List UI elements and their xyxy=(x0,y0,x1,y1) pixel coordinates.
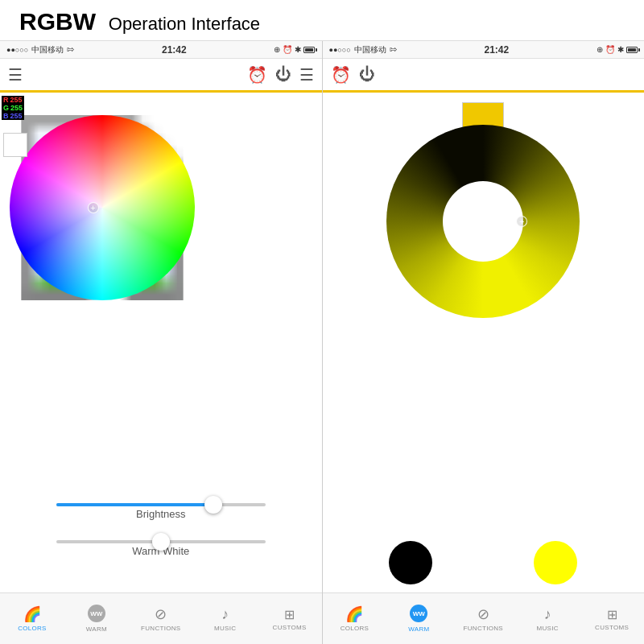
status-signal-right: ●●○○○ 中国移动 ⇰ xyxy=(329,44,397,56)
rgb-indicators: R 255 G 255 B 255 xyxy=(2,96,24,120)
warm-white-track-row xyxy=(6,540,316,543)
g-label: G xyxy=(3,104,9,112)
nav-customs-right[interactable]: ⊞ CUSTOMS xyxy=(580,604,644,634)
warm-white-slider-container: Warm White xyxy=(6,540,316,557)
brightness-track-row xyxy=(6,503,316,506)
warm-white-thumb[interactable] xyxy=(152,533,170,551)
warm-white-track[interactable] xyxy=(56,540,266,543)
time-right: 21:42 xyxy=(484,44,509,56)
warm-label-right: WARM xyxy=(408,625,429,633)
colors-label-left: COLORS xyxy=(18,625,47,632)
carrier-right: 中国移动 xyxy=(354,44,386,56)
customs-icon-right: ⊞ xyxy=(607,607,617,622)
white-color-swatch[interactable] xyxy=(3,133,27,157)
customs-label-right: CUSTOMS xyxy=(595,624,629,631)
panel-content-right: 255 + xyxy=(323,93,645,592)
wheel-crosshair: + xyxy=(88,202,99,213)
nav-functions-right[interactable]: ⊘ FUNCTIONS xyxy=(451,602,515,635)
brightness-track[interactable] xyxy=(56,503,266,506)
nav-warm-right[interactable]: WW WARM xyxy=(386,601,451,636)
nav-music-left[interactable]: ♪ MUSIC xyxy=(193,603,258,635)
b-label: B xyxy=(3,112,9,120)
alarm-icon-status-left: ⏰ xyxy=(283,45,292,54)
alarm-icon-status-right: ⏰ xyxy=(605,45,615,54)
r-value: 255 xyxy=(10,96,23,104)
brightness-slider-container: Brightness xyxy=(6,503,316,520)
donut-wheel-container[interactable]: + xyxy=(331,125,637,318)
subtitle: Operation Interface xyxy=(109,14,260,34)
nav-colors-left[interactable]: 🌈 COLORS xyxy=(0,602,64,635)
functions-label-right: FUNCTIONS xyxy=(464,625,503,632)
bottom-nav-left: 🌈 COLORS WW WARM ⊘ FUNCTIONS ♪ MUSIC ⊞ xyxy=(0,592,322,644)
color-circles-row xyxy=(323,541,645,584)
bottom-nav-right: 🌈 COLORS WW WARM ⊘ FUNCTIONS ♪ MUSIC ⊞ xyxy=(323,592,645,644)
carrier-left: 中国移动 xyxy=(31,44,64,56)
time-left: 21:42 xyxy=(162,44,187,56)
battery-icon-right xyxy=(626,47,638,53)
warm-icon-right: WW xyxy=(410,605,427,622)
colors-icon-left: 🌈 xyxy=(23,605,41,623)
donut-center xyxy=(443,181,523,262)
warm-label-left: WARM xyxy=(86,625,107,633)
black-circle[interactable] xyxy=(389,541,432,584)
status-bar-left: ●●○○○ 中国移动 ⇰ 21:42 ⊕ ⏰ ✱ xyxy=(0,41,322,59)
battery-icon-left xyxy=(303,47,315,53)
bluetooth-icon-left: ✱ xyxy=(295,45,301,54)
brightness-fill xyxy=(56,503,213,506)
donut-wheel[interactable]: + xyxy=(386,125,580,318)
music-icon-right: ♪ xyxy=(544,606,551,623)
status-signal-left: ●●○○○ 中国移动 ⇰ xyxy=(6,44,74,56)
colors-label-right: COLORS xyxy=(341,625,369,632)
bluetooth-icon-right: ✱ xyxy=(617,45,624,54)
customs-label-left: CUSTOMS xyxy=(273,624,307,631)
customs-icon-left: ⊞ xyxy=(284,607,295,622)
color-wheel-disc[interactable]: + xyxy=(10,115,195,300)
status-icons-left: ⊕ ⏰ ✱ xyxy=(274,45,315,54)
title-bar: RGBW Operation Interface xyxy=(0,0,644,41)
warm-icon-left: WW xyxy=(88,605,105,622)
toolbar-right: ⏰ ⏻ xyxy=(323,59,645,93)
power-icon-right[interactable]: ⏻ xyxy=(359,65,375,84)
functions-icon-right: ⊘ xyxy=(477,605,489,623)
brightness-thumb[interactable] xyxy=(204,496,222,514)
color-wheel-container[interactable]: + xyxy=(10,115,195,303)
nav-customs-left[interactable]: ⊞ CUSTOMS xyxy=(258,604,322,634)
wifi-left: ⇰ xyxy=(67,44,74,55)
signal-dots-left: ●●○○○ xyxy=(6,46,28,54)
toolbar-left: ☰ ⏰ ⏻ ☰ xyxy=(0,59,322,93)
color-wheel-white-overlay xyxy=(10,115,195,300)
r-label: R xyxy=(3,96,9,104)
music-icon-left: ♪ xyxy=(221,606,229,623)
music-label-right: MUSIC xyxy=(537,625,559,632)
g-value: 255 xyxy=(10,104,23,112)
nav-functions-left[interactable]: ⊘ FUNCTIONS xyxy=(129,602,193,635)
status-icons-right: ⊕ ⏰ ✱ xyxy=(597,45,638,54)
alarm-icon-right[interactable]: ⏰ xyxy=(331,65,351,85)
right-panel: ●●○○○ 中国移动 ⇰ 21:42 ⊕ ⏰ ✱ ⏰ ⏻ xyxy=(323,41,645,644)
brand-title: RGBW xyxy=(19,8,96,35)
gps-icon-left: ⊕ xyxy=(274,45,280,54)
power-icon-left[interactable]: ⏻ xyxy=(275,65,291,84)
wifi-right: ⇰ xyxy=(390,44,397,55)
nav-warm-left[interactable]: WW WARM xyxy=(64,601,129,636)
brightness-label: Brightness xyxy=(6,508,316,520)
panel-content-left: R 255 G 255 B 255 xyxy=(0,93,322,592)
list-icon-left[interactable]: ☰ xyxy=(299,65,314,85)
music-label-left: MUSIC xyxy=(214,625,236,632)
colors-icon-right: 🌈 xyxy=(345,605,363,623)
nav-colors-right[interactable]: 🌈 COLORS xyxy=(323,602,387,635)
nav-music-right[interactable]: ♪ MUSIC xyxy=(515,603,580,635)
gps-icon-right: ⊕ xyxy=(597,45,603,54)
functions-label-left: FUNCTIONS xyxy=(141,625,180,632)
functions-icon-left: ⊘ xyxy=(155,605,167,623)
signal-dots-right: ●●○○○ xyxy=(329,46,351,54)
left-panel: ●●○○○ 中国移动 ⇰ 21:42 ⊕ ⏰ ✱ ☰ ⏰ ⏻ ☰ xyxy=(0,41,323,644)
yellow-circle[interactable] xyxy=(534,541,577,584)
menu-icon-left[interactable]: ☰ xyxy=(8,65,23,85)
b-value: 255 xyxy=(10,112,23,120)
donut-crosshair: + xyxy=(516,216,527,227)
alarm-icon-left[interactable]: ⏰ xyxy=(247,65,267,85)
status-bar-right: ●●○○○ 中国移动 ⇰ 21:42 ⊕ ⏰ ✱ xyxy=(323,41,645,59)
